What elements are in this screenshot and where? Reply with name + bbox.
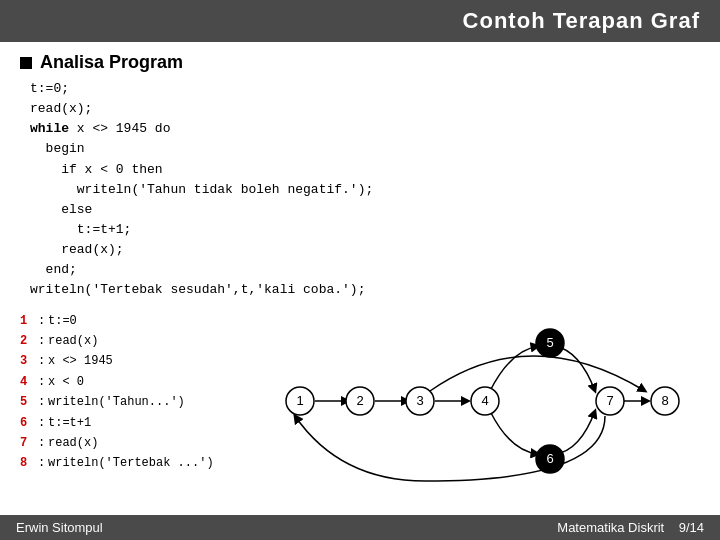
svg-text:4: 4: [481, 393, 488, 408]
bullet-icon: [20, 57, 32, 69]
svg-text:6: 6: [546, 451, 553, 466]
list-item: 2 : read(x): [20, 331, 240, 351]
footer-author: Erwin Sitompul: [16, 520, 103, 535]
footer-subject-page: Matematika Diskrit 9/14: [557, 520, 704, 535]
svg-text:1: 1: [296, 393, 303, 408]
graph-area: 1 2 3 4 5 6 7 8: [240, 311, 700, 491]
main-content: Analisa Program t:=0; read(x); while x <…: [0, 42, 720, 501]
section-label: Analisa Program: [40, 52, 183, 73]
list-item: 5 : writeln('Tahun...'): [20, 392, 240, 412]
graph-svg: 1 2 3 4 5 6 7 8: [240, 311, 700, 496]
page-header: Contoh Terapan Graf: [0, 0, 720, 42]
list-item: 1 : t:=0: [20, 311, 240, 331]
svg-text:5: 5: [546, 335, 553, 350]
svg-text:2: 2: [356, 393, 363, 408]
code-block: t:=0; read(x); while x <> 1945 do begin …: [30, 79, 700, 301]
list-item: 3 : x <> 1945: [20, 351, 240, 371]
page-footer: Erwin Sitompul Matematika Diskrit 9/14: [0, 515, 720, 540]
section-title: Analisa Program: [20, 52, 700, 73]
bottom-section: 1 : t:=0 2 : read(x) 3 : x <> 1945 4 : x…: [20, 311, 700, 491]
list-item: 7 : read(x): [20, 433, 240, 453]
svg-text:7: 7: [606, 393, 613, 408]
numbered-list: 1 : t:=0 2 : read(x) 3 : x <> 1945 4 : x…: [20, 311, 240, 491]
list-item: 8 : writeln('Tertebak ...'): [20, 453, 240, 473]
svg-text:3: 3: [416, 393, 423, 408]
header-title: Contoh Terapan Graf: [463, 8, 700, 33]
list-item: 4 : x < 0: [20, 372, 240, 392]
svg-text:8: 8: [661, 393, 668, 408]
list-item: 6 : t:=t+1: [20, 413, 240, 433]
